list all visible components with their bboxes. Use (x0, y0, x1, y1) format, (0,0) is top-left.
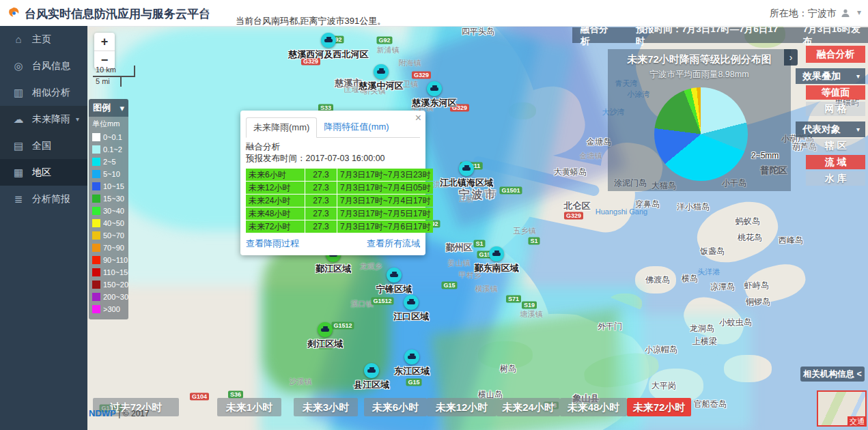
popup-tab-未来降雨(mm)[interactable]: 未来降雨(mm) (246, 117, 317, 138)
scale-bar-mi: 5 mi (93, 77, 122, 87)
legend-swatch (92, 281, 100, 289)
table-cell-period: 未来12小时 (246, 182, 305, 194)
region-marker-慈溪西河及西北河区[interactable]: 慈溪西河及西北河区 (321, 33, 336, 48)
layer-group-效果叠加[interactable]: 效果叠加▾ (796, 68, 865, 84)
close-icon[interactable]: × (415, 112, 421, 124)
rainfall-popup: × 未来降雨(mm)降雨特征值(mm) 融合分析 预报发布时间：2017-07-… (240, 111, 425, 255)
popup-publish-time: 预报发布时间：2017-07-03 16:00:00 (246, 153, 420, 164)
table-cell-range: 7月3日17时~7月4日17时 (337, 195, 433, 207)
time-range-button-未来72小时[interactable]: 未来72小时 (627, 398, 691, 416)
layer-button-网格[interactable]: 网 格 (806, 102, 865, 116)
hamburger-icon[interactable]: ≡ (202, 5, 210, 20)
brand-label: NDWP (89, 408, 116, 418)
time-range-button-未来24小时[interactable]: 未来24小时 (496, 398, 560, 416)
sidebar-item-相似分析[interactable]: ▥相似分析 (0, 79, 87, 106)
legend-label: 90~110 (103, 256, 128, 264)
minimap[interactable]: 交通 (817, 390, 867, 427)
region-marker-县江区域[interactable]: 县江区域 (364, 363, 379, 378)
popup-tabs: 未来降雨(mm)降雨特征值(mm) (246, 117, 420, 138)
home-icon: ⌂ (12, 33, 25, 45)
legend-swatch (92, 195, 100, 203)
basin-icon (492, 253, 501, 256)
legend-label: 10~15 (103, 182, 124, 190)
sidebar-item-地区[interactable]: ▦地区 (0, 159, 87, 186)
time-range-button-未来12小时[interactable]: 未来12小时 (427, 398, 496, 416)
region-marker-慈溪东河区[interactable]: 慈溪东河区 (427, 81, 442, 96)
table-cell-range: 7月3日17时~7月5日17时 (337, 207, 433, 220)
region-marker-慈溪中河区[interactable]: 慈溪中河区 (374, 64, 389, 79)
app-logo-icon (7, 6, 20, 23)
legend-label: 5~10 (103, 170, 120, 178)
region-marker-江口区域[interactable]: 江口区域 (404, 295, 419, 310)
region-marker-label: 鄞东南区域 (475, 262, 519, 274)
chart-icon: ▥ (12, 87, 25, 99)
chevron-down-icon: ▾ (856, 68, 860, 84)
sidebar-item-label: 主页 (32, 33, 51, 46)
time-range-button-未来1小时[interactable]: 未来1小时 (217, 398, 281, 416)
view-all-basins-link[interactable]: 查看所有流域 (367, 238, 420, 250)
layer-button-辖区[interactable]: 辖 区 (806, 139, 865, 153)
legend-item: >300 (92, 303, 125, 315)
rainfall-table: 未来6小时27.37月3日17时~7月3日23时未来12小时27.37月3日17… (246, 169, 420, 233)
sidebar-item-分析简报[interactable]: ≣分析简报 (0, 186, 87, 212)
table-cell-value: 27.3 (305, 207, 337, 220)
popup-tab-降雨特征值(mm)[interactable]: 降雨特征值(mm) (317, 117, 395, 137)
user-icon[interactable] (841, 8, 850, 20)
legend-item: 2~5 (92, 156, 125, 168)
region-marker-label: 县江区域 (354, 379, 389, 391)
region-marker-label: 鄞江区域 (316, 263, 351, 275)
basin-icon (462, 167, 471, 171)
table-cell-value: 27.3 (305, 169, 337, 181)
traffic-layer-tag[interactable]: 交通 (848, 416, 867, 427)
sidebar-item-未来降雨[interactable]: ☁未来降雨▾ (0, 106, 87, 132)
region-marker-label: 剡江区域 (307, 338, 343, 350)
legend-item: 110~150 (92, 266, 125, 278)
view-rain-process-link[interactable]: 查看降雨过程 (246, 238, 299, 250)
legend-item: 70~90 (92, 242, 125, 254)
region-marker-东江区域[interactable]: 东江区域 (404, 349, 419, 364)
legend-item: 90~110 (92, 254, 125, 266)
table-cell-period: 未来24小时 (246, 195, 305, 207)
fusion-analysis-button[interactable]: 融合分析 (806, 46, 865, 63)
panel-expand-button[interactable]: › (784, 49, 798, 66)
layer-button-流域[interactable]: 流 域 (806, 155, 865, 169)
time-range-button-未来6小时[interactable]: 未来6小时 (364, 398, 427, 416)
app-root: 宁波市慈溪市鄞州区北仑区普陀区象山县四平头岛金塘岛金塘镇大黄蟒岛涂泥门岛大猫岛穿… (0, 0, 868, 430)
legend-title: 图例 (93, 102, 111, 114)
rain-icon: ☁ (12, 113, 25, 126)
header: 台风实时信息防汛应用与服务云平台 ≡ 当前台风南玛都,距离宁波市391公里。 所… (0, 0, 868, 27)
legend-swatch (92, 268, 100, 276)
time-range-button-未来48小时[interactable]: 未来48小时 (560, 398, 627, 416)
sidebar-item-主页[interactable]: ⌂主页 (0, 26, 87, 53)
zoom-control: + − (94, 33, 115, 69)
legend-label: 40~50 (103, 219, 124, 227)
basin-icon (321, 328, 329, 332)
region-marker-剡江区域[interactable]: 剡江区域 (318, 322, 333, 337)
location-label: 所在地：宁波市 (770, 8, 837, 20)
pie-slice-label: 2~5mm (751, 151, 779, 160)
legend-swatch (92, 244, 100, 252)
rainfall-pie-chart (654, 87, 748, 181)
layer-group-代表对象[interactable]: 代表对象▾ (796, 121, 865, 137)
layer-button-水库[interactable]: 水 库 (806, 171, 865, 186)
popup-links: 查看降雨过程 查看所有流域 (246, 238, 420, 250)
zoom-in-button[interactable]: + (94, 33, 115, 51)
legend-header[interactable]: 图例 ▾ (89, 99, 128, 117)
legend-swatch (92, 133, 100, 141)
sidebar: ⌂主页◎台风信息▥相似分析☁未来降雨▾▤全国▦地区≣分析简报 (0, 26, 87, 430)
related-orgs-button[interactable]: 相关机构信息 < (800, 367, 865, 382)
region-marker-鄞东南区域[interactable]: 鄞东南区域 (489, 246, 504, 261)
legend-unit: 单位mm (92, 119, 125, 129)
sidebar-item-台风信息[interactable]: ◎台风信息 (0, 53, 87, 79)
region-marker-江北镇海区域[interactable]: 江北镇海区域 (459, 161, 474, 176)
time-range-button-未来3小时[interactable]: 未来3小时 (294, 398, 358, 416)
legend-swatch (92, 231, 100, 240)
pie-subtitle: 宁波市平均面雨量8.98mm (608, 69, 791, 81)
region-marker-宁锋区域[interactable]: 宁锋区域 (387, 268, 402, 283)
chevron-down-icon[interactable]: ▾ (857, 8, 861, 17)
layer-button-等值面[interactable]: 等值面 (806, 85, 865, 100)
legend-item: 40~50 (92, 217, 125, 229)
legend-swatch (92, 182, 100, 190)
region-marker-label: 江口区域 (393, 311, 429, 323)
sidebar-item-全国[interactable]: ▤全国 (0, 132, 87, 159)
